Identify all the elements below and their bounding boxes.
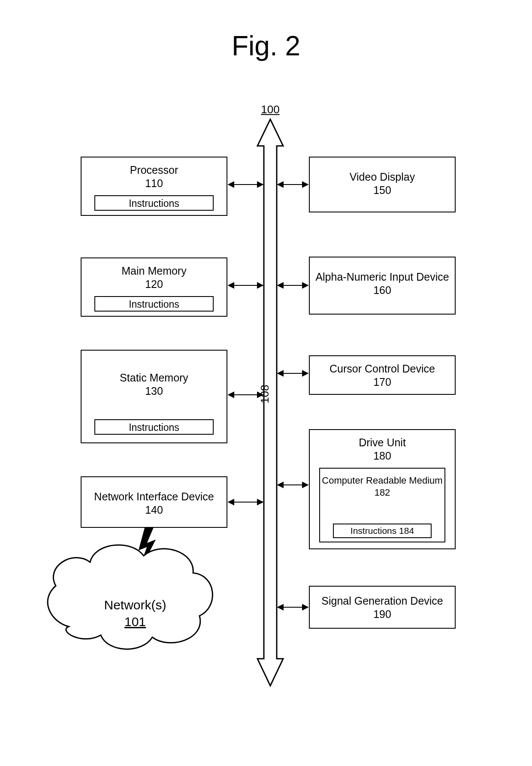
box-network-interface: Network Interface Device 140 <box>81 476 227 528</box>
box-main-memory: Main Memory 120 Instructions <box>81 257 227 317</box>
box-signal-generation: Signal Generation Device 190 <box>309 586 456 629</box>
bus-ref: 108 <box>258 385 272 403</box>
box-processor: Processor 110 Instructions <box>81 157 227 216</box>
static-memory-label: Static Memory <box>82 371 227 385</box>
drive-unit-ref: 180 <box>310 449 455 463</box>
processor-ref: 110 <box>82 177 227 190</box>
net-if-label: Network Interface Device <box>82 490 227 503</box>
box-computer-readable-medium: Computer Readable Medium 182 Instruction… <box>319 468 445 542</box>
box-drive-unit: Drive Unit 180 Computer Readable Medium … <box>309 429 456 549</box>
video-ref: 150 <box>310 184 455 197</box>
cursor-label: Cursor Control Device <box>310 362 455 375</box>
processor-label: Processor <box>82 163 227 177</box>
crm-label: Computer Readable Medium <box>320 475 444 487</box>
instructions-label: Instructions <box>129 299 179 310</box>
drive-unit-label: Drive Unit <box>310 436 455 449</box>
network-ref: 101 <box>88 613 182 630</box>
instructions-label: Instructions <box>129 198 179 209</box>
alnum-ref: 160 <box>310 284 455 297</box>
diagram-page: Fig. 2 100 <box>0 0 532 766</box>
alnum-label: Alpha-Numeric Input Device <box>310 270 455 284</box>
box-alnum-input: Alpha-Numeric Input Device 160 <box>309 257 456 315</box>
crm-instructions: Instructions 184 <box>333 524 432 538</box>
network-cloud-label: Network(s) 101 <box>88 596 182 630</box>
crm-ref: 182 <box>320 487 444 499</box>
processor-instructions: Instructions <box>94 195 214 211</box>
static-memory-instructions: Instructions <box>94 419 214 435</box>
static-memory-ref: 130 <box>82 385 227 398</box>
network-label: Network(s) <box>104 598 166 612</box>
box-static-memory: Static Memory 130 Instructions <box>81 350 227 443</box>
main-memory-ref: 120 <box>82 278 227 291</box>
main-memory-instructions: Instructions <box>94 296 214 312</box>
instructions-label: Instructions <box>129 422 179 433</box>
net-if-ref: 140 <box>82 503 227 517</box>
cursor-ref: 170 <box>310 375 455 389</box>
box-cursor-control: Cursor Control Device 170 <box>309 355 456 395</box>
crm-instructions-label: Instructions 184 <box>351 526 414 536</box>
main-memory-label: Main Memory <box>82 264 227 278</box>
siggen-label: Signal Generation Device <box>310 594 455 608</box>
siggen-ref: 190 <box>310 608 455 621</box>
box-video-display: Video Display 150 <box>309 157 456 212</box>
video-label: Video Display <box>310 170 455 184</box>
